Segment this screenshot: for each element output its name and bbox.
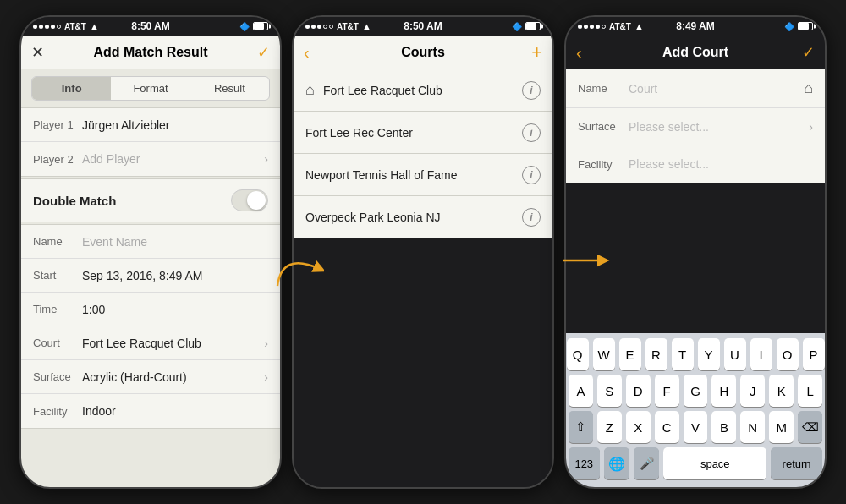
nav-title-3: Add Court: [662, 45, 728, 60]
add-court-form: Name Court ⌂ Surface Please select... › …: [566, 69, 825, 183]
screen3-content: Name Court ⌂ Surface Please select... › …: [566, 69, 825, 487]
key-H[interactable]: H: [711, 375, 736, 407]
player1-row: Player 1 Jürgen Altziebler: [21, 108, 280, 142]
player2-chevron-icon: ›: [264, 152, 268, 166]
court-item-4[interactable]: Overpeck Park Leonia NJ i: [294, 196, 552, 238]
key-S[interactable]: S: [597, 375, 622, 407]
keyboard: Q W E R T Y U I O P A S D F G H: [566, 333, 825, 487]
key-N[interactable]: N: [740, 411, 765, 443]
wifi-icon-2: ▲: [362, 21, 371, 31]
time-row: Time 1:00: [21, 293, 280, 326]
key-F[interactable]: F: [655, 375, 679, 407]
mic-key[interactable]: 🎤: [634, 447, 659, 479]
key-O[interactable]: O: [777, 338, 799, 370]
key-Q[interactable]: Q: [567, 338, 589, 370]
key-A[interactable]: A: [569, 375, 593, 407]
close-button[interactable]: ✕: [31, 43, 44, 62]
court-value: Fort Lee Racquet Club: [82, 337, 264, 350]
info-button-3[interactable]: i: [522, 166, 541, 184]
key-G[interactable]: G: [684, 375, 708, 407]
key-L[interactable]: L: [798, 375, 822, 407]
time-value[interactable]: 1:00: [82, 303, 268, 316]
key-J[interactable]: J: [740, 375, 765, 407]
court-name-input[interactable]: Court: [629, 82, 804, 96]
signal-dots-3: [578, 25, 606, 29]
tab-format[interactable]: Format: [111, 77, 190, 100]
nav-title-2: Courts: [401, 45, 445, 60]
key-E[interactable]: E: [619, 338, 641, 370]
info-button-4[interactable]: i: [522, 208, 541, 227]
space-key[interactable]: space: [663, 447, 766, 479]
back-button-2[interactable]: ‹: [304, 43, 310, 63]
status-time-1: 8:50 AM: [131, 20, 170, 32]
info-button-1[interactable]: i: [522, 81, 541, 100]
status-right-3: 🔷: [784, 22, 813, 31]
wifi-icon-3: ▲: [634, 21, 644, 31]
court-item-3[interactable]: Newport Tennis Hall of Fame i: [294, 154, 552, 196]
facility-select-row[interactable]: Facility Please select...: [566, 145, 825, 183]
carrier-label-3: AT&T: [609, 22, 631, 31]
court-list: ⌂ Fort Lee Racquet Club i Fort Lee Rec C…: [294, 69, 552, 487]
surface-select: Please select...: [629, 120, 809, 134]
court-item-2[interactable]: Fort Lee Rec Center i: [294, 112, 552, 154]
shift-key[interactable]: ⇧: [569, 411, 593, 443]
court-name-row: Name Court ⌂: [566, 69, 825, 108]
double-match-label: Double Match: [33, 194, 231, 208]
globe-key[interactable]: 🌐: [604, 447, 629, 479]
check-button-1[interactable]: ✓: [257, 43, 270, 62]
bluetooth-icon-2: 🔷: [512, 22, 522, 31]
court-row[interactable]: Court Fort Lee Racquet Club ›: [21, 326, 280, 360]
nav-title-1: Add Match Result: [93, 45, 207, 60]
status-right-1: 🔷: [239, 22, 268, 31]
signal-dots-2: [305, 25, 333, 29]
key-R[interactable]: R: [645, 338, 667, 370]
add-court-button[interactable]: +: [531, 41, 542, 63]
name-value[interactable]: Event Name: [82, 235, 268, 249]
surface-row[interactable]: Surface Acrylic (Hard-Court) ›: [21, 360, 280, 394]
screen2-content: ⌂ Fort Lee Racquet Club i Fort Lee Rec C…: [294, 69, 552, 487]
carrier-label: AT&T: [64, 22, 86, 31]
tab-result[interactable]: Result: [190, 77, 269, 100]
start-row: Start Sep 13, 2016, 8:49 AM: [21, 259, 280, 293]
player2-row[interactable]: Player 2 Add Player ›: [21, 142, 280, 176]
return-key[interactable]: return: [771, 447, 822, 479]
player1-value: Jürgen Altziebler: [82, 118, 268, 132]
key-Z[interactable]: Z: [597, 411, 622, 443]
player2-placeholder: Add Player: [82, 152, 264, 166]
court-name-field-label: Name: [578, 82, 629, 95]
key-Y[interactable]: Y: [698, 338, 720, 370]
double-match-toggle[interactable]: [231, 189, 268, 211]
court-name-1: Fort Lee Racquet Club: [323, 84, 522, 97]
key-P[interactable]: P: [803, 338, 825, 370]
screen1-frame: AT&T ▲ 8:50 AM 🔷 ✕ Add Match Result ✓: [19, 15, 282, 489]
key-U[interactable]: U: [724, 338, 746, 370]
key-row-4: 123 🌐 🎤 space return: [569, 447, 822, 479]
surface-select-row[interactable]: Surface Please select... ›: [566, 108, 825, 145]
court-item-1[interactable]: ⌂ Fort Lee Racquet Club i: [294, 69, 552, 112]
name-row: Name Event Name: [21, 225, 280, 259]
info-button-2[interactable]: i: [522, 123, 541, 142]
battery-icon-3: [798, 22, 813, 30]
num-key[interactable]: 123: [569, 447, 600, 479]
key-B[interactable]: B: [711, 411, 736, 443]
start-label: Start: [33, 269, 82, 282]
start-value[interactable]: Sep 13, 2016, 8:49 AM: [82, 269, 268, 282]
key-M[interactable]: M: [769, 411, 794, 443]
key-D[interactable]: D: [626, 375, 651, 407]
court-chevron-icon: ›: [264, 337, 268, 350]
key-T[interactable]: T: [672, 338, 694, 370]
check-button-3[interactable]: ✓: [802, 43, 815, 62]
key-X[interactable]: X: [626, 411, 651, 443]
key-K[interactable]: K: [769, 375, 794, 407]
key-V[interactable]: V: [684, 411, 708, 443]
key-W[interactable]: W: [593, 338, 615, 370]
tab-info[interactable]: Info: [32, 77, 111, 100]
court-name-4: Overpeck Park Leonia NJ: [305, 211, 522, 224]
back-button-3[interactable]: ‹: [576, 43, 582, 63]
key-I[interactable]: I: [750, 338, 772, 370]
wifi-icon: ▲: [90, 21, 99, 31]
delete-key[interactable]: ⌫: [798, 411, 822, 443]
double-match-row: Double Match: [21, 178, 280, 222]
court-name-3: Newport Tennis Hall of Fame: [305, 168, 522, 182]
key-C[interactable]: C: [655, 411, 679, 443]
